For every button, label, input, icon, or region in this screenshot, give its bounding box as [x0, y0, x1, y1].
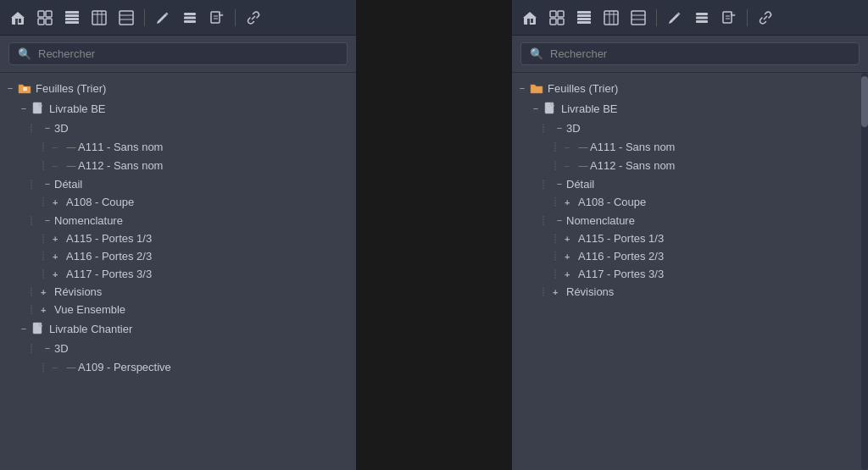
- list-item[interactable]: ┊ + A115 - Portes 1/3: [0, 229, 356, 247]
- plus-icon[interactable]: +: [565, 234, 578, 244]
- link-icon[interactable]: [242, 7, 264, 29]
- plus-icon[interactable]: +: [53, 252, 66, 262]
- list-item[interactable]: ┊ – — A109 - Perspective: [0, 357, 356, 376]
- grid-icon[interactable]: [61, 7, 83, 29]
- list-item[interactable]: − Livrable Chantier: [0, 318, 356, 339]
- home-icon-r[interactable]: [519, 7, 541, 29]
- center-divider: [356, 0, 512, 470]
- toggle-icon[interactable]: −: [3, 81, 17, 95]
- list-item[interactable]: − Feuilles (Trier): [512, 78, 868, 98]
- connector-icon: ┊: [553, 142, 565, 152]
- svg-rect-39: [577, 18, 591, 20]
- right-tree: − Feuilles (Trier) − Livrable BE ┊: [512, 73, 868, 470]
- table-icon[interactable]: [88, 7, 110, 29]
- tree-item-label: 3D: [54, 342, 69, 355]
- toggle-icon[interactable]: −: [553, 177, 566, 191]
- plus-icon[interactable]: +: [41, 287, 54, 297]
- connector-icon: ┊: [41, 142, 53, 152]
- list-item[interactable]: ┊ – — A111 - Sans nom: [0, 137, 356, 156]
- separator-r1: [656, 9, 657, 26]
- list-item[interactable]: ┊ – — A112 - Sans nom: [0, 156, 356, 174]
- list-icon[interactable]: [115, 7, 137, 29]
- connector-icon: ┊: [553, 252, 565, 261]
- tree-item-label: A109 - Perspective: [78, 361, 171, 373]
- scrollbar-track[interactable]: [861, 73, 868, 470]
- toggle-icon[interactable]: −: [41, 341, 54, 355]
- list-item[interactable]: ┊ − Nomenclature: [0, 211, 356, 229]
- list-item[interactable]: ┊ + A115 - Portes 1/3: [512, 229, 868, 247]
- list-item[interactable]: ┊ + Révisions: [0, 283, 356, 301]
- plus-icon[interactable]: +: [565, 269, 578, 279]
- plus-icon[interactable]: +: [53, 269, 66, 279]
- svg-rect-19: [184, 13, 196, 15]
- edit-icon[interactable]: [152, 7, 174, 29]
- list-item[interactable]: ┊ + A117 - Portes 3/3: [512, 265, 868, 283]
- folder-special-icon: [529, 80, 544, 96]
- svg-rect-21: [184, 20, 196, 23]
- list-icon-r[interactable]: [627, 7, 649, 29]
- export-icon-r[interactable]: [718, 7, 740, 29]
- table-icon-r[interactable]: [600, 7, 622, 29]
- dash-icon: –: [53, 362, 64, 372]
- plus-icon[interactable]: +: [41, 305, 54, 315]
- list-item[interactable]: ┊ + A116 - Portes 2/3: [512, 247, 868, 265]
- tree-item-label: Détail: [566, 178, 594, 191]
- list-item[interactable]: ┊ + A117 - Portes 3/3: [0, 265, 356, 283]
- toggle-icon[interactable]: −: [41, 121, 54, 135]
- left-panel: 🔍 − ⊞ Feuilles (Trier) −: [0, 0, 356, 470]
- list-item[interactable]: − Livrable BE: [512, 98, 868, 119]
- svg-rect-8: [65, 11, 79, 14]
- connector-icon: ┊: [41, 362, 53, 372]
- left-toolbar: [0, 0, 356, 36]
- tree-item-label: A111 - Sans nom: [590, 141, 675, 153]
- svg-rect-49: [696, 16, 708, 19]
- expand-icon-r[interactable]: [546, 7, 568, 29]
- list-item[interactable]: ┊ + Révisions: [512, 283, 868, 301]
- list-item[interactable]: − Livrable BE: [0, 98, 356, 119]
- right-search-bar: 🔍: [512, 36, 868, 73]
- toggle-icon[interactable]: −: [515, 81, 529, 95]
- edit-icon-r[interactable]: [664, 7, 686, 29]
- list-item[interactable]: ┊ – — A112 - Sans nom: [512, 156, 868, 174]
- page-icon: [31, 321, 46, 336]
- export-icon[interactable]: [206, 7, 228, 29]
- list-item[interactable]: ┊ + A116 - Portes 2/3: [0, 247, 356, 265]
- list-item[interactable]: ┊ + A108 - Coupe: [0, 193, 356, 211]
- tree-item-label: A115 - Portes 1/3: [578, 232, 664, 245]
- list-item[interactable]: ┊ − Détail: [512, 174, 868, 193]
- plus-icon[interactable]: +: [565, 197, 578, 207]
- list-item[interactable]: ┊ − 3D: [512, 119, 868, 137]
- toggle-icon[interactable]: −: [529, 102, 542, 115]
- list-item[interactable]: ┊ – — A111 - Sans nom: [512, 137, 868, 156]
- plus-icon[interactable]: +: [565, 252, 578, 262]
- stack-icon[interactable]: [179, 7, 201, 29]
- list-item[interactable]: ┊ − Détail: [0, 174, 356, 193]
- toggle-icon[interactable]: −: [17, 322, 31, 335]
- list-item[interactable]: − ⊞ Feuilles (Trier): [0, 78, 356, 98]
- left-search-wrap[interactable]: 🔍: [8, 42, 348, 65]
- list-item[interactable]: ┊ − 3D: [0, 339, 356, 357]
- toggle-icon[interactable]: −: [553, 213, 566, 227]
- stack-icon-r[interactable]: [691, 7, 713, 29]
- grid-icon-r[interactable]: [573, 7, 595, 29]
- toggle-icon[interactable]: −: [41, 177, 54, 191]
- list-item[interactable]: ┊ + A108 - Coupe: [512, 193, 868, 211]
- plus-icon[interactable]: +: [53, 234, 66, 244]
- toggle-icon: —: [64, 360, 78, 373]
- scrollbar-thumb[interactable]: [861, 76, 868, 127]
- plus-icon[interactable]: +: [53, 197, 66, 207]
- right-search-wrap[interactable]: 🔍: [520, 42, 860, 65]
- svg-rect-45: [632, 11, 645, 25]
- toggle-icon[interactable]: −: [41, 213, 54, 227]
- toggle-icon[interactable]: −: [553, 121, 566, 135]
- home-icon[interactable]: [7, 7, 29, 29]
- link-icon-r[interactable]: [754, 7, 776, 29]
- plus-icon[interactable]: +: [553, 287, 566, 297]
- list-item[interactable]: ┊ − Nomenclature: [512, 211, 868, 229]
- toggle-icon[interactable]: −: [17, 102, 31, 115]
- expand-icon[interactable]: [34, 7, 56, 29]
- list-item[interactable]: ┊ + Vue Ensemble: [0, 301, 356, 318]
- list-item[interactable]: ┊ − 3D: [0, 119, 356, 137]
- right-search-input[interactable]: [550, 47, 850, 60]
- left-search-input[interactable]: [38, 47, 338, 60]
